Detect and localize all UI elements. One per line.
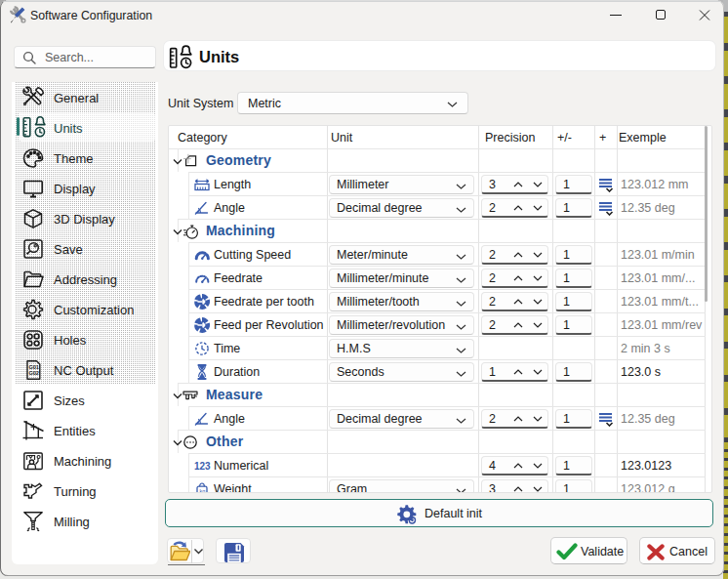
svg-text:G01: G01 xyxy=(28,364,39,370)
svg-text:G02: G02 xyxy=(28,370,39,376)
svg-text:kg: kg xyxy=(199,488,205,493)
svg-text:123: 123 xyxy=(194,461,211,472)
